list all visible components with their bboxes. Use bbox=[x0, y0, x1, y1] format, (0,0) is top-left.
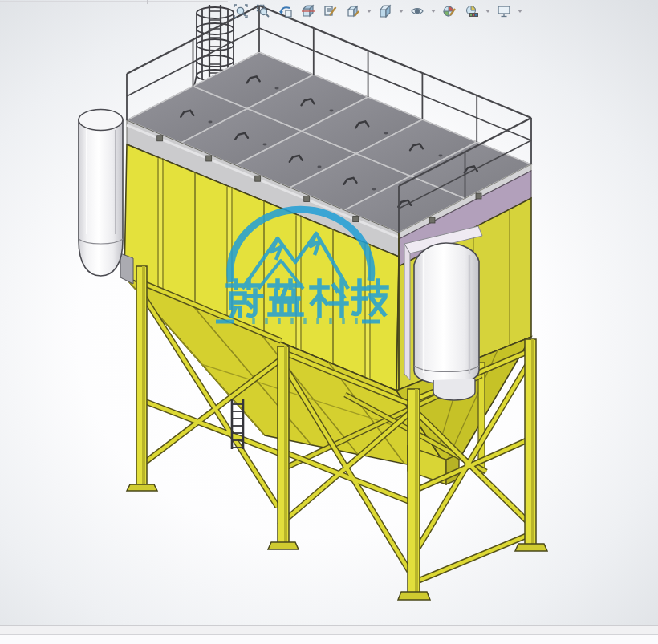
right-air-tank bbox=[404, 226, 482, 400]
section-view-icon[interactable] bbox=[299, 2, 318, 21]
statusbar-border-bottom bbox=[0, 642, 658, 642]
viewport-3d[interactable] bbox=[0, 0, 658, 644]
hide-show-items-dropdown[interactable] bbox=[431, 10, 436, 13]
hide-show-items-icon[interactable] bbox=[408, 2, 427, 21]
zoom-to-area-icon[interactable] bbox=[254, 2, 273, 21]
zoom-to-fit-icon[interactable] bbox=[231, 2, 250, 21]
view-orientation-dropdown[interactable] bbox=[367, 10, 372, 13]
toolbar-bottom-border bbox=[0, 1, 228, 2]
view-settings-dropdown[interactable] bbox=[518, 10, 522, 13]
toolbar-separator-tick bbox=[147, 0, 148, 4]
view-settings-icon[interactable] bbox=[494, 2, 514, 21]
heads-up-view-toolbar bbox=[231, 2, 523, 21]
statusbar-band-bottom bbox=[0, 635, 658, 644]
toolbar-separator-tick bbox=[67, 0, 67, 4]
statusbar-band bbox=[0, 626, 658, 634]
previous-view-icon[interactable] bbox=[276, 2, 295, 21]
dynamic-annotation-icon[interactable] bbox=[321, 2, 340, 21]
apply-scene-icon[interactable] bbox=[462, 2, 481, 21]
apply-scene-dropdown[interactable] bbox=[485, 10, 490, 13]
display-style-dropdown[interactable] bbox=[399, 10, 404, 13]
left-air-tank bbox=[79, 110, 133, 285]
view-orientation-icon[interactable] bbox=[343, 2, 363, 21]
display-style-icon[interactable] bbox=[376, 2, 395, 21]
edit-appearance-icon[interactable] bbox=[440, 2, 459, 21]
